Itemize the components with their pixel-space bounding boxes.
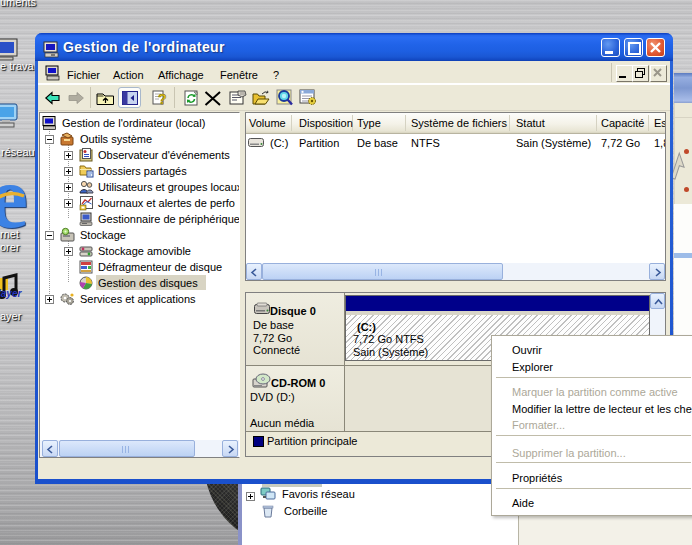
svg-text:?: ? [158,91,167,107]
